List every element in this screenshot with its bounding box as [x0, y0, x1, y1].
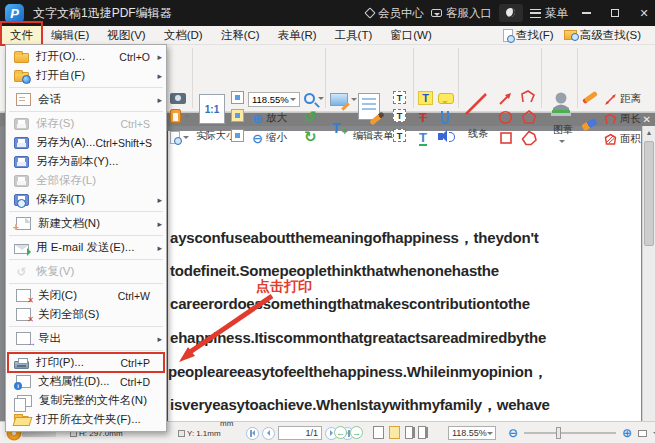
menu-item-open[interactable]: 打开(O)... Ctrl+O ▸	[6, 47, 166, 66]
audio-comment-button[interactable]	[436, 133, 443, 140]
zoom-in-icon: ⊕	[252, 112, 263, 125]
previous-page-button[interactable]	[262, 427, 275, 440]
add-text-button[interactable]: T	[332, 121, 341, 135]
member-center-button[interactable]: 会员中心	[366, 6, 424, 21]
menu-tools[interactable]: 工具(T)	[327, 26, 381, 45]
rotate-left-button[interactable]: ↺	[304, 109, 317, 124]
menu-item-label: 关闭(C)	[38, 288, 77, 303]
advanced-find-button[interactable]: 高级查找(S)	[564, 28, 641, 43]
edit-form-button[interactable]	[358, 93, 380, 120]
menu-file[interactable]: 文件	[2, 26, 41, 45]
find-button[interactable]: 查找(F)	[503, 28, 554, 43]
minimize-button[interactable]	[575, 3, 597, 23]
circle-tool-button[interactable]	[498, 110, 513, 125]
document-text-line: isveryeasytoachieve.WhenIstaywithmyfamil…	[170, 396, 550, 415]
text-box-button[interactable]: T	[393, 109, 406, 122]
fit-width-button[interactable]	[231, 109, 244, 122]
fit-height-button[interactable]	[231, 129, 244, 142]
support-button[interactable]: 客服入口	[431, 6, 492, 21]
menu-item-copy-filename[interactable]: 复制完整的文件名(N)	[6, 391, 166, 410]
underline-button[interactable]: T	[419, 131, 427, 146]
zoom-slider[interactable]	[524, 432, 616, 434]
arrow-tool-button[interactable]	[498, 91, 513, 106]
fit-width-view-button[interactable]	[389, 426, 400, 439]
perimeter-tool-button[interactable]: 周长	[604, 112, 641, 126]
polyline-tool-button[interactable]	[520, 89, 536, 105]
maximize-button[interactable]	[604, 3, 626, 23]
vertical-scrollbar[interactable]: ▲	[642, 126, 655, 421]
menu-form[interactable]: 表单(R)	[270, 26, 325, 45]
distance-tool-button[interactable]: 距离	[604, 92, 641, 106]
single-page-view-button[interactable]	[373, 426, 384, 439]
text-field-icon: T	[393, 91, 406, 104]
search-page-button[interactable]	[170, 131, 189, 144]
polygon-tool-button[interactable]	[521, 130, 537, 146]
fit-window-button[interactable]	[638, 430, 647, 437]
stamp-button[interactable]	[549, 91, 573, 117]
menu-edit[interactable]: 编辑(E)	[43, 26, 97, 45]
menu-item-new-document[interactable]: 新建文档(N) ▸	[6, 214, 166, 233]
slider-zoom-in-icon[interactable]: ⊕	[622, 427, 632, 439]
menu-view[interactable]: 视图(V)	[99, 26, 153, 45]
app-menu-button[interactable]: 菜单	[530, 6, 568, 21]
menu-window[interactable]: 窗口(W)	[382, 26, 440, 45]
zoom-slider-thumb[interactable]	[556, 427, 561, 439]
menu-comment[interactable]: 注释(C)	[213, 26, 268, 45]
clipboard-icon	[170, 109, 181, 123]
menu-item-print[interactable]: 打印(P)... Ctrl+P	[6, 353, 166, 372]
comment-button[interactable]	[438, 93, 454, 104]
two-page-view-button[interactable]	[405, 426, 413, 439]
statusbar-zoom-select[interactable]: 118.55%	[448, 426, 496, 440]
rectangle-tool-button[interactable]	[499, 131, 513, 145]
rotate-right-button[interactable]: ↻	[304, 129, 317, 144]
attachment-button[interactable]	[441, 111, 449, 124]
view-forward-button[interactable]: →	[350, 426, 363, 439]
fit-page-button[interactable]	[231, 91, 244, 104]
menu-item-save-as[interactable]: 另存为(A)... Ctrl+Shift+S	[6, 133, 166, 152]
line-icon	[463, 91, 489, 117]
menu-item-save-to[interactable]: 保存到(T) ▸	[6, 190, 166, 209]
text-area-button[interactable]: T	[393, 129, 406, 142]
close-document-icon[interactable]: ✕	[643, 115, 651, 125]
actual-size-button[interactable]: 1:1	[199, 94, 225, 124]
pencil-tool-button[interactable]	[582, 95, 598, 100]
edit-image-button[interactable]	[330, 93, 357, 106]
scrollbar-thumb[interactable]	[644, 141, 654, 246]
strikethrough-button[interactable]: T	[419, 111, 427, 124]
menu-item-close-all[interactable]: 关闭全部(S)	[6, 305, 166, 324]
menu-document[interactable]: 文档(D)	[156, 26, 211, 45]
first-page-button[interactable]	[246, 427, 259, 440]
snapshot-button[interactable]	[170, 93, 186, 104]
area-tool-button[interactable]: 面积	[604, 132, 641, 146]
view-back-button[interactable]: ←	[334, 426, 347, 439]
stamp-dropdown[interactable]	[559, 137, 565, 146]
page-number-input[interactable]: 1/1	[278, 426, 322, 440]
text-field-button[interactable]: T	[393, 91, 406, 104]
eraser-tool-button[interactable]	[582, 121, 597, 128]
maximize-icon	[611, 9, 619, 17]
menu-item-send-email[interactable]: 用 E-mail 发送(E)... ▸	[6, 238, 166, 257]
menu-item-open-from[interactable]: 打开自(F) ▸	[6, 66, 166, 85]
line-tool-button[interactable]	[463, 91, 489, 117]
highlight-text-button[interactable]: T	[418, 91, 433, 105]
magnifier-button[interactable]	[304, 93, 324, 104]
menu-item-export[interactable]: 导出 ▸	[6, 329, 166, 348]
theme-toggle-button[interactable]	[499, 4, 523, 22]
zoom-out-button[interactable]: ⊖ 缩小	[252, 131, 287, 145]
scroll-up-icon[interactable]: ▲	[643, 126, 655, 139]
open-from-cloud-icon	[14, 72, 29, 82]
four-page-view-button[interactable]	[418, 426, 426, 439]
menu-item-label: 导出	[38, 331, 61, 346]
pentagon-tool-button[interactable]	[521, 109, 537, 125]
app-menu-label: 菜单	[545, 6, 568, 21]
menu-item-open-containing-folder[interactable]: 打开所在文件夹(F)...	[6, 410, 166, 429]
clipboard-button[interactable]	[170, 109, 190, 123]
slider-zoom-out-icon[interactable]: ⊖	[508, 427, 518, 439]
menu-item-close[interactable]: 关闭(C) Ctrl+W	[6, 286, 166, 305]
zoom-level-select[interactable]: 118.55%	[248, 92, 300, 107]
zoom-in-button[interactable]: ⊕ 放大	[252, 111, 287, 125]
menu-item-session[interactable]: 会话 ▸	[6, 90, 166, 109]
menu-item-save-copy[interactable]: 另存为副本(Y)...	[6, 152, 166, 171]
menu-item-document-properties[interactable]: 文档属性(D)... Ctrl+D	[6, 372, 166, 391]
close-button[interactable]: ✕	[633, 3, 655, 23]
